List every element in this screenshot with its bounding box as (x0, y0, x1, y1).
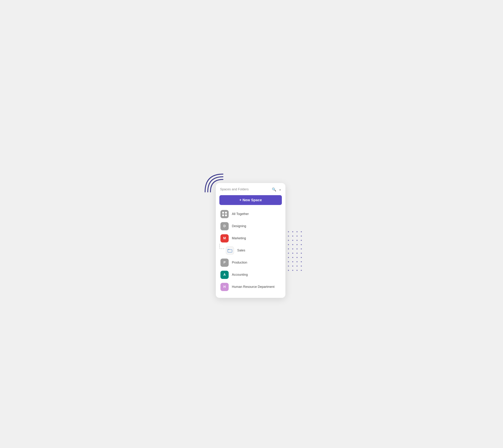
dot (297, 261, 298, 262)
list-item[interactable]: M Marketing (219, 232, 282, 244)
dot (288, 236, 289, 237)
dot (292, 236, 293, 237)
dot (297, 270, 298, 271)
svg-rect-0 (228, 250, 232, 252)
dot (288, 257, 289, 258)
dot (297, 253, 298, 254)
dot (297, 266, 298, 267)
dot (288, 240, 289, 241)
list-item[interactable]: Sales (225, 245, 282, 256)
dot (292, 244, 293, 245)
dot (301, 253, 302, 254)
designing-avatar: D (220, 222, 229, 230)
dot (297, 257, 298, 258)
dot (297, 248, 298, 249)
space-name: Production (232, 261, 247, 264)
dot (292, 270, 293, 271)
dot (288, 261, 289, 262)
dot (292, 257, 293, 258)
dot (288, 248, 289, 249)
production-avatar: P (220, 258, 229, 267)
dot (301, 266, 302, 267)
sales-avatar (226, 246, 234, 255)
dot (297, 240, 298, 241)
space-name: All Together (232, 212, 249, 216)
space-name: Designing (232, 224, 246, 228)
dot (301, 244, 302, 245)
dot (292, 266, 293, 267)
space-name: Human Resource Department (232, 285, 275, 289)
new-space-button[interactable]: + New Space (219, 195, 282, 205)
dot (292, 231, 293, 232)
all-together-avatar (220, 210, 229, 218)
marketing-avatar: M (220, 234, 229, 242)
space-name: Accounting (232, 273, 248, 277)
dot (288, 253, 289, 254)
panel-title: Spaces and Folders (220, 188, 249, 191)
list-item[interactable]: D Designing (219, 220, 282, 232)
dot (301, 261, 302, 262)
list-item[interactable]: H Human Resource Department (219, 281, 282, 293)
chevron-down-icon[interactable]: ⌄ (279, 188, 281, 191)
dot (292, 240, 293, 241)
dot (292, 253, 293, 254)
accounting-avatar: A (220, 271, 229, 279)
dot (301, 240, 302, 241)
dot (297, 244, 298, 245)
spaces-panel: Spaces and Folders 🔍 ⌄ + New Space All T… (216, 183, 285, 298)
space-name: Sales (237, 249, 245, 252)
dot (301, 236, 302, 237)
space-name: Marketing (232, 236, 246, 240)
search-icon[interactable]: 🔍 (272, 187, 276, 192)
dot (297, 236, 298, 237)
dot (288, 270, 289, 271)
list-item[interactable]: A Accounting (219, 269, 282, 281)
scene: Spaces and Folders 🔍 ⌄ + New Space All T… (205, 172, 298, 276)
dot (288, 231, 289, 232)
dot (301, 248, 302, 249)
panel-header: Spaces and Folders 🔍 ⌄ (219, 187, 282, 192)
list-item[interactable]: All Together (219, 208, 282, 220)
dot (288, 244, 289, 245)
dot (301, 270, 302, 271)
dot (292, 248, 293, 249)
dot (301, 257, 302, 258)
hr-avatar: H (220, 283, 229, 291)
list-item[interactable]: P Production (219, 257, 282, 269)
dot (297, 231, 298, 232)
dot (292, 261, 293, 262)
header-icons: 🔍 ⌄ (272, 187, 281, 192)
dot (288, 266, 289, 267)
dot (301, 231, 302, 232)
space-list: All Together D Designing M Marketing (219, 208, 282, 293)
